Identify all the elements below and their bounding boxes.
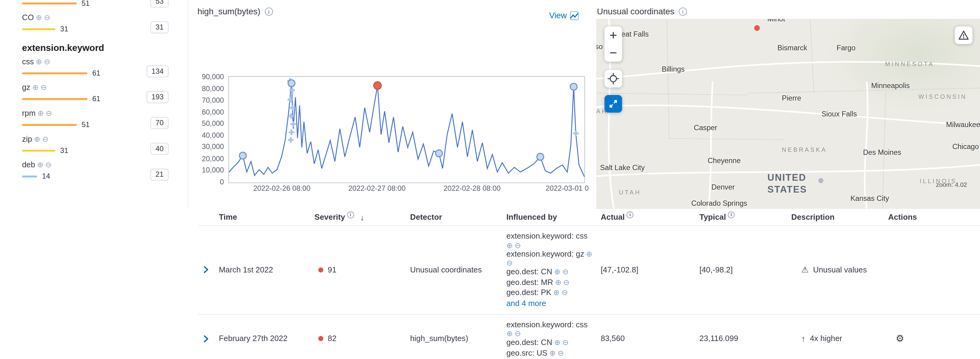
view-chart-link[interactable]: View: [549, 11, 579, 20]
x-axis-tick-label: 2022-03-01 0: [546, 184, 589, 192]
severity-bar: [22, 72, 87, 74]
column-header-label: Severity: [314, 213, 345, 222]
sort-direction-icon[interactable]: ↓: [360, 212, 364, 222]
zoom-in-button[interactable]: [605, 27, 622, 44]
remove-filter-icon[interactable]: ⊖: [514, 330, 521, 337]
map-panel: Unusual coordinates: [596, 0, 980, 209]
column-header-typical[interactable]: Typical: [700, 213, 791, 222]
map-info-icon[interactable]: [679, 8, 687, 16]
column-header-actions[interactable]: Actions: [888, 213, 980, 222]
city-label: Kansas City: [851, 195, 889, 202]
influencer-text: geo.dest: CN: [506, 337, 552, 348]
anomaly-marker[interactable]: [570, 83, 577, 90]
influencer-item: deb⊕⊖1421: [22, 159, 187, 182]
column-header-detector[interactable]: Detector: [410, 213, 506, 222]
y-axis-tick-label: 10,000: [191, 166, 224, 174]
remove-filter-icon[interactable]: ⊖: [45, 161, 52, 169]
severity-score: 82: [328, 334, 337, 343]
add-filter-icon[interactable]: ⊕: [506, 241, 513, 249]
row-actions-button[interactable]: ⚙: [888, 333, 904, 345]
influencer-text: geo.dest: CN: [506, 266, 552, 277]
expand-row-button[interactable]: [198, 335, 209, 343]
remove-filter-icon[interactable]: ⊖: [557, 349, 564, 357]
remove-filter-icon[interactable]: ⊖: [563, 279, 570, 286]
chart-info-icon[interactable]: [265, 8, 273, 16]
anomaly-marker[interactable]: [288, 80, 295, 87]
column-info-icon[interactable]: [627, 211, 634, 218]
anomaly-severity: 91: [314, 265, 410, 274]
anomaly-location-dot[interactable]: [818, 178, 823, 183]
row-actions-cell: ⚙: [888, 333, 980, 345]
severity-dot: [318, 336, 323, 341]
remove-filter-icon[interactable]: ⊖: [46, 109, 52, 117]
add-filter-icon[interactable]: ⊕: [37, 109, 44, 117]
zoom-out-button[interactable]: [605, 44, 622, 62]
expand-map-button[interactable]: [605, 95, 622, 113]
city-label: Fargo: [837, 44, 855, 52]
column-info-icon[interactable]: [728, 211, 735, 218]
anomaly-explorer-page: 5153CO⊕⊖3131extension.keywordcss⊕⊖61134g…: [0, 0, 980, 359]
remove-filter-icon[interactable]: ⊖: [506, 259, 513, 267]
influencer-count-badge: 21: [151, 169, 169, 180]
city-label: Chicago: [952, 143, 979, 150]
column-info-icon[interactable]: [347, 211, 354, 218]
add-filter-icon[interactable]: ⊕: [37, 161, 44, 169]
add-filter-icon[interactable]: ⊕: [554, 268, 560, 276]
remove-filter-icon[interactable]: ⊖: [42, 135, 48, 143]
anomaly-marker[interactable]: [537, 153, 544, 160]
add-filter-icon[interactable]: ⊕: [32, 84, 39, 91]
chevron-right-icon: [203, 335, 209, 343]
add-filter-icon[interactable]: ⊕: [554, 338, 560, 346]
anomaly-marker[interactable]: [239, 152, 247, 159]
multi-bucket-marker[interactable]: [291, 88, 293, 93]
column-header-time[interactable]: Time: [219, 213, 315, 222]
anomaly-location-dot[interactable]: [754, 25, 760, 31]
city-label: Denver: [711, 183, 735, 191]
remove-filter-icon[interactable]: ⊖: [40, 84, 47, 91]
column-header-actual[interactable]: Actual: [601, 213, 700, 222]
set-view-button[interactable]: [605, 70, 622, 88]
column-header-influenced-by[interactable]: Influenced by: [506, 213, 601, 222]
column-header-description[interactable]: Description: [791, 213, 888, 222]
expand-row-button[interactable]: [198, 266, 209, 274]
detector-name: high_sum(bytes): [410, 334, 506, 343]
state-label: WISCONSIN: [918, 93, 967, 100]
anomalies-table: TimeSeverity↓DetectorInfluenced byActual…: [198, 209, 980, 359]
chart-series-layer: [229, 76, 585, 183]
multi-bucket-marker[interactable]: [575, 131, 577, 137]
add-filter-icon[interactable]: ⊕: [36, 14, 42, 21]
remove-filter-icon[interactable]: ⊖: [562, 289, 568, 297]
multi-bucket-marker[interactable]: [290, 113, 292, 119]
show-more-influencers-link[interactable]: and 4 more: [506, 298, 595, 309]
multi-bucket-marker[interactable]: [291, 129, 293, 135]
multi-bucket-marker[interactable]: [290, 97, 291, 102]
table-header-row: TimeSeverity↓DetectorInfluenced byActual…: [198, 209, 980, 226]
anomaly-marker[interactable]: [436, 150, 442, 157]
add-filter-icon[interactable]: ⊕: [506, 330, 513, 337]
remove-filter-icon[interactable]: ⊖: [562, 268, 569, 276]
add-filter-icon[interactable]: ⊕: [36, 58, 42, 65]
remove-filter-icon[interactable]: ⊖: [44, 14, 50, 21]
multi-bucket-marker[interactable]: [293, 121, 294, 127]
map-canvas[interactable]: zoom: 4.02 Great FallssoBillingsMinotBis…: [596, 19, 980, 209]
remove-filter-icon[interactable]: ⊖: [514, 241, 521, 249]
map-title: Unusual coordinates: [597, 7, 675, 16]
multi-bucket-marker[interactable]: [290, 137, 291, 143]
add-filter-icon[interactable]: ⊕: [34, 135, 40, 143]
remove-filter-icon[interactable]: ⊖: [44, 58, 50, 65]
column-header-severity[interactable]: Severity↓: [314, 212, 410, 222]
add-filter-icon[interactable]: ⊕: [553, 289, 560, 297]
severity-bar: [22, 124, 76, 126]
multi-bucket-marker[interactable]: [291, 105, 293, 111]
add-filter-icon[interactable]: ⊕: [586, 250, 592, 258]
city-label: Bismarck: [778, 44, 807, 52]
state-label: MINNESOTA: [885, 61, 934, 67]
influencer-filter: geo.dest: PK⊕⊖: [506, 288, 595, 298]
map-warning-button[interactable]: [955, 27, 972, 44]
influencer-item: gz⊕⊖61193: [22, 82, 187, 104]
add-filter-icon[interactable]: ⊕: [555, 279, 562, 286]
critical-anomaly-marker[interactable]: [374, 82, 382, 89]
state-label: UTAH: [619, 189, 641, 196]
add-filter-icon[interactable]: ⊕: [549, 349, 556, 357]
remove-filter-icon[interactable]: ⊖: [562, 338, 569, 346]
